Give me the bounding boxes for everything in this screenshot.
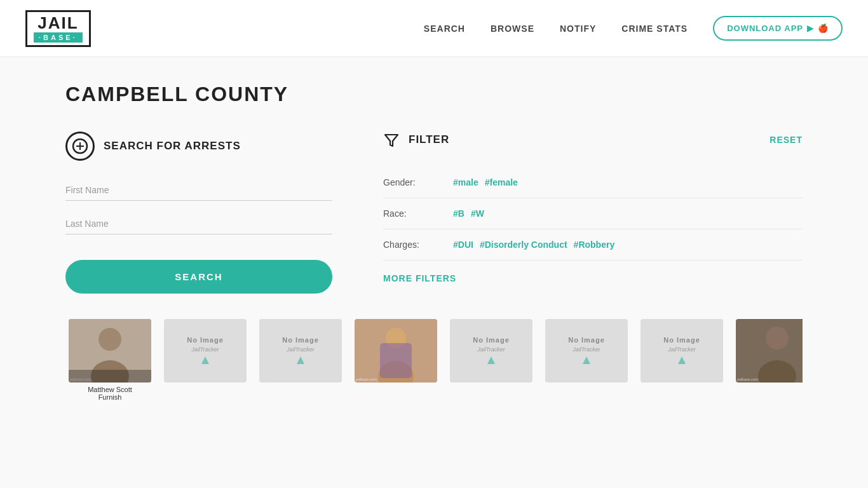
svg-rect-12 <box>380 343 412 378</box>
filter-header: FILTER RESET <box>383 132 803 148</box>
mugshots-row: jailbase.com Matthew ScottFurnish No Ima… <box>65 319 803 401</box>
jail-tracker-logo-6: JailTracker <box>573 346 600 353</box>
charges-tags: #DUI #Disorderly Conduct #Robbery <box>453 240 614 250</box>
jail-tracker-arrow-6 <box>581 355 592 365</box>
last-name-input[interactable] <box>65 214 332 234</box>
filter-tag-robbery[interactable]: #Robbery <box>574 240 615 250</box>
nav-search[interactable]: SEARCH <box>424 24 465 34</box>
filter-tag-b[interactable]: #B <box>453 208 465 219</box>
mugshot-photo-1: jailbase.com <box>69 319 151 383</box>
jail-tracker-arrow-3 <box>295 355 306 365</box>
last-name-group <box>65 214 332 234</box>
site-header: JAIL ·BASE· SEARCH BROWSE NOTIFY CRIME S… <box>0 0 868 57</box>
filter-tag-disorderly[interactable]: #Disorderly Conduct <box>480 240 567 250</box>
svg-marker-16 <box>678 356 686 364</box>
gender-tags: #male #female <box>453 177 518 187</box>
apple-icon: 🍎 <box>818 24 829 33</box>
page-title: CAMPBELL COUNTY <box>65 83 803 106</box>
nav-crime-stats[interactable]: CRIME STATS <box>621 24 688 34</box>
mugshot-card-1[interactable]: jailbase.com Matthew ScottFurnish <box>65 319 154 401</box>
svg-point-4 <box>98 328 121 351</box>
filter-race-row: Race: #B #W <box>383 198 803 229</box>
logo-base-text: ·BASE· <box>34 32 83 43</box>
filter-section-title: FILTER <box>409 133 449 146</box>
mugshot-no-image-5: No Image JailTracker <box>450 319 532 383</box>
logo-box: JAIL ·BASE· <box>25 10 91 47</box>
filter-section: FILTER RESET Gender: #male #female Race:… <box>383 132 803 294</box>
jail-tracker-logo-2: JailTracker <box>191 346 219 353</box>
svg-marker-14 <box>487 356 495 364</box>
logo-jail-text: JAIL <box>37 15 78 31</box>
svg-text:jailbase.com: jailbase.com <box>69 377 91 381</box>
filter-gender-row: Gender: #male #female <box>383 167 803 198</box>
no-image-text-7: No Image <box>663 336 700 344</box>
search-section: SEARCH FOR ARRESTS SEARCH <box>65 132 332 294</box>
jail-tracker-arrow-2 <box>200 355 210 365</box>
download-app-button[interactable]: DOWNLOAD APP ▶ 🍎 <box>713 16 843 41</box>
jail-tracker-logo-7: JailTracker <box>668 346 695 353</box>
svg-marker-15 <box>583 356 590 364</box>
nav-notify[interactable]: NOTIFY <box>560 24 596 34</box>
download-app-label: DOWNLOAD APP <box>727 24 803 33</box>
no-image-text-5: No Image <box>473 336 510 344</box>
filter-header-left: FILTER <box>383 132 449 148</box>
svg-text:jailbase.com: jailbase.com <box>736 377 758 381</box>
svg-point-18 <box>766 327 789 349</box>
mugshot-no-image-7: No Image JailTracker <box>641 319 723 383</box>
mugshot-photo-8: jailbase.com <box>736 319 803 383</box>
filter-tag-w[interactable]: #W <box>471 208 484 219</box>
mugshot-no-image-2: No Image JailTracker <box>164 319 247 383</box>
race-label: Race: <box>383 208 434 219</box>
svg-marker-8 <box>297 356 304 364</box>
gender-label: Gender: <box>383 177 434 187</box>
filter-charges-row: Charges: #DUI #Disorderly Conduct #Robbe… <box>383 229 803 261</box>
nav-browse[interactable]: BROWSE <box>491 24 534 34</box>
mugshot-no-image-6: No Image JailTracker <box>545 319 628 383</box>
search-section-title: SEARCH FOR ARRESTS <box>104 140 241 152</box>
filter-icon <box>383 132 400 148</box>
logo[interactable]: JAIL ·BASE· <box>25 10 91 47</box>
mugshot-card-7[interactable]: No Image JailTracker <box>637 319 726 401</box>
main-content: CAMPBELL COUNTY SEARCH FOR ARRESTS <box>53 57 815 414</box>
play-icon: ▶ <box>807 24 814 33</box>
no-image-text-6: No Image <box>568 336 605 344</box>
race-tags: #B #W <box>453 208 484 219</box>
mugshot-card-5[interactable]: No Image JailTracker <box>447 319 536 401</box>
filter-tag-dui[interactable]: #DUI <box>453 240 473 250</box>
mugshot-no-image-3: No Image JailTracker <box>259 319 342 383</box>
search-section-header: SEARCH FOR ARRESTS <box>65 132 332 161</box>
jail-tracker-logo-3: JailTracker <box>287 346 314 353</box>
mugshot-card-4[interactable]: jailbase.com <box>351 319 440 401</box>
first-name-group <box>65 180 332 201</box>
svg-marker-7 <box>201 356 209 364</box>
search-section-icon <box>65 132 95 161</box>
jail-tracker-logo-5: JailTracker <box>477 346 505 353</box>
filter-tag-female[interactable]: #female <box>485 177 518 187</box>
no-image-text-3: No Image <box>282 336 319 344</box>
more-filters-button[interactable]: MORE FILTERS <box>383 273 456 283</box>
mugshot-name-1: Matthew ScottFurnish <box>88 386 132 401</box>
mugshot-photo-4: jailbase.com <box>355 319 437 383</box>
mugshot-card-6[interactable]: No Image JailTracker <box>542 319 631 401</box>
search-svg-icon <box>71 137 89 155</box>
svg-text:jailbase.com: jailbase.com <box>355 377 377 381</box>
main-nav: SEARCH BROWSE NOTIFY CRIME STATS DOWNLOA… <box>424 16 843 41</box>
mugshot-card-3[interactable]: No Image JailTracker <box>256 319 345 401</box>
search-filter-row: SEARCH FOR ARRESTS SEARCH FILTER RES <box>65 132 803 294</box>
reset-link[interactable]: RESET <box>770 135 803 145</box>
mugshot-card-8[interactable]: jailbase.com <box>733 319 803 401</box>
no-image-text-2: No Image <box>187 336 224 344</box>
first-name-input[interactable] <box>65 180 332 201</box>
jail-tracker-arrow-7 <box>677 355 687 365</box>
jail-tracker-arrow-5 <box>486 355 496 365</box>
filter-tag-male[interactable]: #male <box>453 177 478 187</box>
mugshot-card-2[interactable]: No Image JailTracker <box>161 319 250 401</box>
search-button[interactable]: SEARCH <box>65 260 332 294</box>
charges-label: Charges: <box>383 240 434 250</box>
